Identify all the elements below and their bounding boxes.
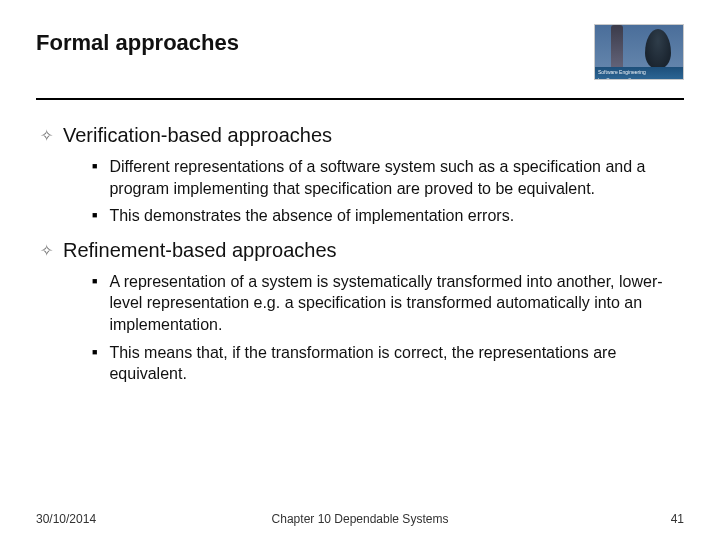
bullet-heading-text: Refinement-based approaches — [63, 239, 337, 262]
slide: Formal approaches Software Engineering I… — [0, 0, 720, 540]
square-bullet-icon: ■ — [92, 156, 97, 176]
sub-bullet-text: A representation of a system is systemat… — [109, 271, 664, 336]
book-cover-thumbnail: Software Engineering Ian Sommerville — [594, 24, 684, 80]
logo-text-line1: Software Engineering — [598, 68, 680, 76]
slide-title: Formal approaches — [36, 24, 239, 56]
bullet-item: ✧ Verification-based approaches ■ Differ… — [40, 124, 684, 227]
bullet-heading-text: Verification-based approaches — [63, 124, 332, 147]
slide-header: Formal approaches Software Engineering I… — [36, 24, 684, 100]
bullet-heading: ✧ Verification-based approaches — [40, 124, 684, 148]
sub-bullet-item: ■ This demonstrates the absence of imple… — [92, 205, 684, 227]
logo-text-line2: Ian Sommerville — [598, 76, 680, 80]
bullet-item: ✧ Refinement-based approaches ■ A repres… — [40, 239, 684, 385]
diamond-bullet-icon: ✧ — [40, 124, 53, 148]
sub-bullet-item: ■ This means that, if the transformation… — [92, 342, 684, 385]
sub-bullet-text: This demonstrates the absence of impleme… — [109, 205, 514, 227]
sub-bullet-item: ■ Different representations of a softwar… — [92, 156, 684, 199]
sub-bullet-item: ■ A representation of a system is system… — [92, 271, 684, 336]
square-bullet-icon: ■ — [92, 205, 97, 225]
diamond-bullet-icon: ✧ — [40, 239, 53, 263]
sub-bullet-text: Different representations of a software … — [109, 156, 664, 199]
sub-bullet-list: ■ Different representations of a softwar… — [40, 156, 684, 227]
slide-footer: 30/10/2014 Chapter 10 Dependable Systems… — [0, 512, 720, 526]
sub-bullet-list: ■ A representation of a system is system… — [40, 271, 684, 385]
square-bullet-icon: ■ — [92, 271, 97, 291]
square-bullet-icon: ■ — [92, 342, 97, 362]
sub-bullet-text: This means that, if the transformation i… — [109, 342, 664, 385]
footer-date: 30/10/2014 — [36, 512, 96, 526]
footer-chapter: Chapter 10 Dependable Systems — [0, 512, 720, 526]
bullet-heading: ✧ Refinement-based approaches — [40, 239, 684, 263]
slide-body: ✧ Verification-based approaches ■ Differ… — [36, 124, 684, 385]
footer-page-number: 41 — [671, 512, 684, 526]
